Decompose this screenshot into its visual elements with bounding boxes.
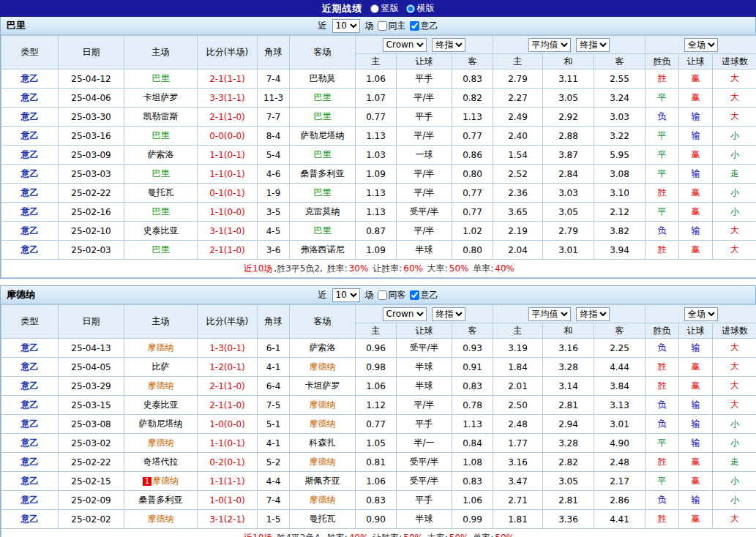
league-filter-option[interactable]: 意乙 xyxy=(410,20,438,32)
away-team-cell[interactable]: 巴里 xyxy=(290,184,356,203)
away-team-name[interactable]: 卡坦萨罗 xyxy=(305,380,340,391)
away-team-cell[interactable]: 克雷莫纳 xyxy=(290,203,356,222)
away-team-cell[interactable]: 巴里 xyxy=(290,108,356,127)
vertical-layout-radio[interactable] xyxy=(370,4,379,13)
away-team-name[interactable]: 科森扎 xyxy=(310,438,336,448)
away-team-cell[interactable]: 摩德纳 xyxy=(290,453,356,472)
score-cell[interactable]: 1-2(0-1) xyxy=(198,358,258,377)
away-team-cell[interactable]: 萨勒尼塔纳 xyxy=(290,127,356,146)
home-team-cell[interactable]: 摩德纳 xyxy=(124,339,198,358)
odds-final-select[interactable]: 终指 xyxy=(432,307,465,321)
avg-source-select[interactable]: 平均值 xyxy=(528,38,571,52)
match-count-select[interactable]: 10 xyxy=(332,19,360,33)
away-team-name[interactable]: 萨勒尼塔纳 xyxy=(301,130,345,140)
odds-source-select[interactable]: Crown xyxy=(383,307,427,321)
home-team-cell[interactable]: 卡坦萨罗 xyxy=(124,89,198,108)
home-team-cell[interactable]: 1摩德纳 xyxy=(124,472,198,491)
home-team-name[interactable]: 摩德纳 xyxy=(148,514,174,524)
score-cell[interactable]: 1-1(1-1) xyxy=(198,472,258,491)
score-cell[interactable]: 0-2(0-1) xyxy=(198,453,258,472)
scope-select[interactable]: 全场 xyxy=(684,307,718,321)
away-team-cell[interactable]: 科森扎 xyxy=(290,434,356,453)
home-team-cell[interactable]: 摩德纳 xyxy=(124,377,198,396)
score-cell[interactable]: 1-0(0-0) xyxy=(198,415,258,434)
score-cell[interactable]: 0-1(0-1) xyxy=(198,184,258,203)
score-cell[interactable]: 2-1(1-0) xyxy=(198,396,258,415)
home-team-cell[interactable]: 奇塔代拉 xyxy=(124,453,198,472)
horizontal-layout-radio[interactable] xyxy=(406,4,415,13)
home-team-cell[interactable]: 史泰比亚 xyxy=(124,396,198,415)
away-team-cell[interactable]: 巴里 xyxy=(290,222,356,241)
home-team-cell[interactable]: 巴里 xyxy=(124,203,198,222)
away-team-name[interactable]: 巴里 xyxy=(314,187,332,198)
away-team-cell[interactable]: 摩德纳 xyxy=(290,415,356,434)
away-team-name[interactable]: 巴里 xyxy=(314,111,332,121)
avg-final-select[interactable]: 终指 xyxy=(576,307,610,321)
score-cell[interactable]: 1-3(0-1) xyxy=(198,339,258,358)
same-venue-checkbox[interactable] xyxy=(378,290,387,300)
league-filter-checkbox[interactable] xyxy=(410,290,419,300)
home-team-cell[interactable]: 史泰比亚 xyxy=(124,222,198,241)
score-cell[interactable]: 1-1(0-1) xyxy=(198,434,258,453)
score-cell[interactable]: 0-0(0-0) xyxy=(198,127,258,146)
vertical-layout-option[interactable]: 竖版 xyxy=(370,2,399,15)
away-team-cell[interactable]: 曼托瓦 xyxy=(290,510,356,529)
away-team-name[interactable]: 萨索洛 xyxy=(310,342,336,353)
home-team-name[interactable]: 萨索洛 xyxy=(148,149,174,159)
match-count-select[interactable]: 10 xyxy=(332,288,360,302)
away-team-name[interactable]: 摩德纳 xyxy=(310,457,336,467)
home-team-cell[interactable]: 比萨 xyxy=(124,358,198,377)
home-team-name[interactable]: 奇塔代拉 xyxy=(143,457,179,467)
away-team-cell[interactable]: 摩德纳 xyxy=(290,358,356,377)
away-team-name[interactable]: 巴勒莫 xyxy=(310,73,336,83)
away-team-name[interactable]: 摩德纳 xyxy=(310,361,336,372)
home-team-cell[interactable]: 曼托瓦 xyxy=(124,184,198,203)
home-team-name[interactable]: 摩德纳 xyxy=(152,476,179,486)
home-team-name[interactable]: 桑普多利亚 xyxy=(139,495,183,505)
score-cell[interactable]: 1-1(0-1) xyxy=(198,146,258,165)
score-cell[interactable]: 1-1(0-0) xyxy=(198,203,258,222)
score-cell[interactable]: 2-1(1-0) xyxy=(198,108,258,127)
away-team-cell[interactable]: 萨索洛 xyxy=(290,339,356,358)
home-team-name[interactable]: 比萨 xyxy=(152,361,170,372)
away-team-name[interactable]: 巴里 xyxy=(314,92,332,102)
home-team-cell[interactable]: 凯勒雷斯 xyxy=(124,108,198,127)
away-team-cell[interactable]: 卡坦萨罗 xyxy=(290,377,356,396)
away-team-cell[interactable]: 摩德纳 xyxy=(290,396,356,415)
horizontal-layout-option[interactable]: 横版 xyxy=(406,2,435,15)
home-team-name[interactable]: 巴里 xyxy=(152,244,170,255)
odds-final-select[interactable]: 终指 xyxy=(432,38,465,52)
score-cell[interactable]: 1-1(0-1) xyxy=(198,165,258,184)
away-team-name[interactable]: 克雷莫纳 xyxy=(305,206,340,217)
home-team-name[interactable]: 曼托瓦 xyxy=(148,187,174,198)
score-cell[interactable]: 3-3(1-1) xyxy=(198,89,258,108)
home-team-name[interactable]: 萨勒尼塔纳 xyxy=(139,418,183,429)
home-team-name[interactable]: 史泰比亚 xyxy=(143,399,179,410)
away-team-name[interactable]: 桑普多利亚 xyxy=(301,168,345,179)
away-team-name[interactable]: 摩德纳 xyxy=(310,418,336,429)
home-team-name[interactable]: 史泰比亚 xyxy=(143,225,179,236)
scope-select[interactable]: 全场 xyxy=(684,38,718,52)
home-team-name[interactable]: 巴里 xyxy=(152,73,170,83)
home-team-name[interactable]: 摩德纳 xyxy=(148,342,174,353)
away-team-cell[interactable]: 弗洛西诺尼 xyxy=(290,241,356,260)
odds-source-select[interactable]: Crown xyxy=(383,38,427,52)
away-team-cell[interactable]: 摩德纳 xyxy=(290,491,356,510)
score-cell[interactable]: 2-1(1-1) xyxy=(198,70,258,89)
away-team-cell[interactable]: 巴勒莫 xyxy=(290,70,356,89)
home-team-name[interactable]: 凯勒雷斯 xyxy=(143,111,179,121)
home-team-name[interactable]: 巴里 xyxy=(152,168,170,179)
league-filter-option[interactable]: 意乙 xyxy=(410,289,438,301)
away-team-name[interactable]: 巴里 xyxy=(314,149,332,159)
away-team-name[interactable]: 摩德纳 xyxy=(310,399,336,410)
avg-source-select[interactable]: 平均值 xyxy=(528,307,571,321)
away-team-cell[interactable]: 斯佩齐亚 xyxy=(290,472,356,491)
away-team-cell[interactable]: 巴里 xyxy=(290,146,356,165)
home-team-cell[interactable]: 摩德纳 xyxy=(124,434,198,453)
home-team-name[interactable]: 卡坦萨罗 xyxy=(143,92,179,102)
home-team-cell[interactable]: 巴里 xyxy=(124,127,198,146)
away-team-name[interactable]: 斯佩齐亚 xyxy=(305,476,340,486)
score-cell[interactable]: 2-1(1-0) xyxy=(198,241,258,260)
score-cell[interactable]: 2-1(1-0) xyxy=(198,377,258,396)
home-team-cell[interactable]: 巴里 xyxy=(124,70,198,89)
